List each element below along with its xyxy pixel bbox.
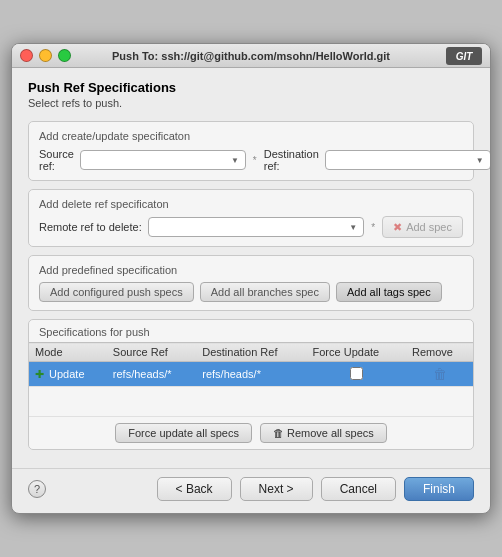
col-source-ref: Source Ref	[107, 343, 196, 362]
source-dest-row: Source ref: ▼ * Destination ref: ▼ ✚ Add…	[39, 148, 463, 172]
source-ref-input[interactable]	[83, 151, 227, 169]
destination-label: Destination ref:	[264, 148, 319, 172]
git-logo: GIT	[446, 47, 482, 65]
col-mode: Mode	[29, 343, 107, 362]
remote-ref-input[interactable]	[151, 218, 345, 236]
source-ref-dropdown[interactable]: ▼	[80, 150, 246, 170]
remote-ref-dropdown[interactable]: ▼	[148, 217, 364, 237]
delete-separator: *	[371, 222, 375, 233]
force-update-checkbox[interactable]	[350, 367, 363, 380]
specs-title: Specifications for push	[29, 320, 473, 342]
page-subtitle: Select refs to push.	[28, 97, 474, 109]
titlebar: Push To: ssh://git@github.com/msohn/Hell…	[12, 44, 490, 68]
predefined-buttons: Add configured push specs Add all branch…	[39, 282, 463, 302]
remote-ref-label: Remote ref to delete:	[39, 221, 142, 233]
predefined-section: Add predefined specification Add configu…	[28, 255, 474, 311]
window-title: Push To: ssh://git@github.com/msohn/Hell…	[112, 50, 390, 62]
minimize-button[interactable]	[39, 49, 52, 62]
cell-force-update[interactable]	[307, 362, 406, 387]
remove-all-text: Remove all specs	[287, 427, 374, 439]
delete-row: Remote ref to delete: ▼ * ✖ Add spec	[39, 216, 463, 238]
specs-table: Mode Source Ref Destination Ref Force Up…	[29, 342, 473, 417]
delete-title: Add delete ref specificaton	[39, 198, 463, 210]
col-destination-ref: Destination Ref	[196, 343, 306, 362]
window-controls	[20, 49, 71, 62]
col-remove: Remove	[406, 343, 473, 362]
destination-ref-dropdown[interactable]: ▼	[325, 150, 491, 170]
main-window: Push To: ssh://git@github.com/msohn/Hell…	[11, 43, 491, 514]
table-header-row: Mode Source Ref Destination Ref Force Up…	[29, 343, 473, 362]
help-button[interactable]: ?	[28, 480, 46, 498]
cell-mode: ✚ Update	[29, 362, 107, 387]
cell-remove[interactable]: 🗑	[406, 362, 473, 387]
footer-left: ?	[28, 480, 46, 498]
add-delete-spec-button[interactable]: ✖ Add spec	[382, 216, 463, 238]
separator: *	[253, 155, 257, 166]
source-label: Source ref:	[39, 148, 74, 172]
destination-dropdown-arrow[interactable]: ▼	[472, 151, 488, 169]
remove-all-label: 🗑	[273, 427, 287, 439]
force-update-all-button[interactable]: Force update all specs	[115, 423, 252, 443]
trash-icon[interactable]: 🗑	[433, 366, 447, 382]
destination-ref-input[interactable]	[328, 151, 472, 169]
col-force-update: Force Update	[307, 343, 406, 362]
cell-source-ref: refs/heads/*	[107, 362, 196, 387]
x-icon: ✖	[393, 221, 402, 234]
finish-button[interactable]: Finish	[404, 477, 474, 501]
predefined-title: Add predefined specification	[39, 264, 463, 276]
back-button[interactable]: < Back	[157, 477, 232, 501]
remove-all-button[interactable]: 🗑 Remove all specs	[260, 423, 387, 443]
remote-dropdown-arrow[interactable]: ▼	[345, 218, 361, 236]
mode-icon: ✚	[35, 368, 44, 380]
close-button[interactable]	[20, 49, 33, 62]
add-delete-label: Add spec	[406, 221, 452, 233]
add-all-branches-spec-button[interactable]: Add all branches spec	[200, 282, 330, 302]
source-dropdown-arrow[interactable]: ▼	[227, 151, 243, 169]
page-title: Push Ref Specifications	[28, 80, 474, 95]
footer-buttons: < Back Next > Cancel Finish	[157, 477, 474, 501]
delete-section: Add delete ref specificaton Remote ref t…	[28, 189, 474, 247]
next-button[interactable]: Next >	[240, 477, 313, 501]
content-area: Push Ref Specifications Select refs to p…	[12, 68, 490, 468]
table-row[interactable]: ✚ Update refs/heads/* refs/heads/* 🗑	[29, 362, 473, 387]
create-update-title: Add create/update specificaton	[39, 130, 463, 142]
empty-cell	[29, 387, 473, 417]
cancel-button[interactable]: Cancel	[321, 477, 396, 501]
specs-actions: Force update all specs 🗑 Remove all spec…	[29, 417, 473, 449]
add-all-tags-spec-button[interactable]: Add all tags spec	[336, 282, 442, 302]
footer: ? < Back Next > Cancel Finish	[12, 468, 490, 513]
create-update-section: Add create/update specificaton Source re…	[28, 121, 474, 181]
maximize-button[interactable]	[58, 49, 71, 62]
specs-section: Specifications for push Mode Source Ref …	[28, 319, 474, 450]
add-configured-push-specs-button[interactable]: Add configured push specs	[39, 282, 194, 302]
cell-destination-ref: refs/heads/*	[196, 362, 306, 387]
table-empty-row	[29, 387, 473, 417]
mode-label: Update	[49, 368, 84, 380]
